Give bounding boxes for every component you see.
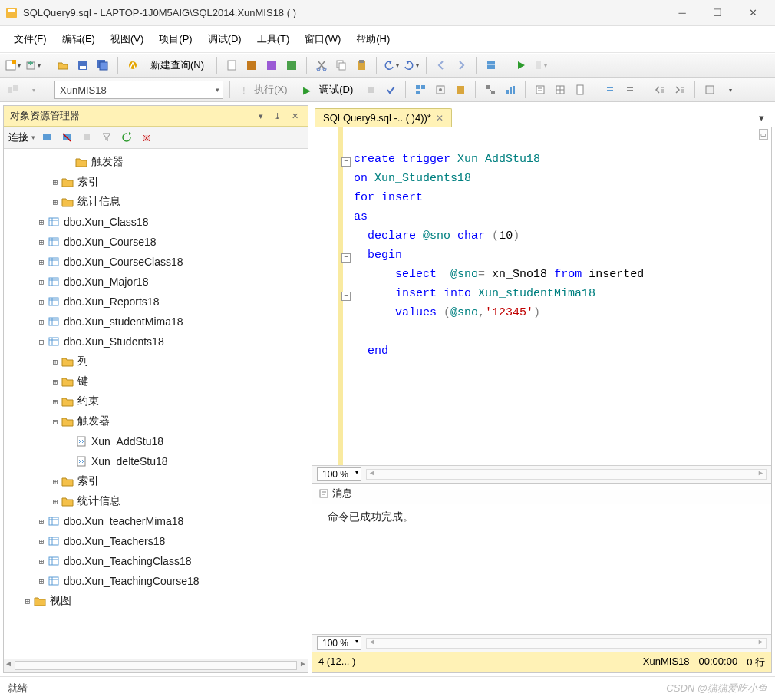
- expand-icon[interactable]: ⊞: [36, 576, 47, 586]
- disconnect-icon[interactable]: [58, 129, 75, 146]
- messages-zoom-combo[interactable]: 100 %: [317, 636, 361, 650]
- results-text-icon[interactable]: [532, 81, 549, 98]
- tree-node[interactable]: ⊟ 触发器: [4, 411, 308, 431]
- paste-icon[interactable]: [353, 57, 370, 74]
- tree-node[interactable]: Xun_AddStu18: [4, 431, 308, 451]
- maximize-button[interactable]: ☐: [700, 2, 735, 25]
- db-engine-query-icon[interactable]: [223, 57, 240, 74]
- connect-label[interactable]: 连接: [8, 130, 28, 144]
- results-grid-icon[interactable]: [552, 81, 569, 98]
- tree-node[interactable]: ⊞ dbo.Xun_Course18: [4, 232, 308, 252]
- indent-more-icon[interactable]: [671, 81, 688, 98]
- overflow-icon[interactable]: [721, 81, 738, 98]
- tree-node[interactable]: ⊞ 键: [4, 371, 308, 391]
- query-options-icon[interactable]: [432, 81, 449, 98]
- cut-icon[interactable]: [313, 57, 330, 74]
- tree-node[interactable]: ⊞ dbo.Xun_teacherMima18: [4, 511, 308, 531]
- expand-icon[interactable]: ⊞: [22, 596, 33, 606]
- undo-icon[interactable]: [383, 57, 400, 74]
- menu-view[interactable]: 视图(V): [103, 29, 151, 49]
- start-icon[interactable]: [513, 57, 529, 74]
- menu-tools[interactable]: 工具(T): [249, 29, 298, 49]
- editor-hscroll[interactable]: [366, 469, 767, 480]
- menu-edit[interactable]: 编辑(E): [54, 29, 103, 49]
- editor-tab[interactable]: SQLQuery9.sql -.. ( )4))* ✕: [315, 108, 452, 127]
- cancel-query-icon[interactable]: [362, 81, 379, 98]
- expand-icon[interactable]: ⊞: [50, 177, 61, 187]
- menu-file[interactable]: 文件(F): [6, 29, 54, 49]
- tree-node[interactable]: ⊞ dbo.Xun_Reports18: [4, 292, 308, 312]
- tree-node[interactable]: ⊟ dbo.Xun_Students18: [4, 332, 308, 352]
- expand-icon[interactable]: ⊞: [36, 237, 47, 247]
- xmla-query-icon[interactable]: [283, 57, 300, 74]
- expand-icon[interactable]: ⊞: [50, 497, 61, 507]
- tree-node[interactable]: ⊞ dbo.Xun_Major18: [4, 272, 308, 292]
- est-plan-icon[interactable]: [412, 81, 429, 98]
- save-all-button[interactable]: [94, 57, 111, 74]
- expand-icon[interactable]: ⊞: [36, 317, 47, 327]
- expand-icon[interactable]: ⊞: [36, 277, 47, 287]
- delete-icon[interactable]: [138, 129, 155, 146]
- tree-node[interactable]: ⊞ dbo.Xun_TeachingClass18: [4, 551, 308, 571]
- expand-icon[interactable]: ⊞: [36, 297, 47, 307]
- expand-icon[interactable]: ⊞: [36, 517, 47, 527]
- new-project-button[interactable]: [5, 57, 21, 74]
- messages-tab[interactable]: 消息: [312, 484, 771, 504]
- database-combo[interactable]: XunMIS18: [54, 81, 223, 99]
- expand-icon[interactable]: ⊞: [36, 556, 47, 566]
- start-drop-icon[interactable]: [533, 57, 549, 74]
- expand-icon[interactable]: ⊞: [50, 357, 61, 367]
- tree-node[interactable]: ⊞ 视图: [4, 591, 308, 611]
- tree-node[interactable]: ⊞ 统计信息: [4, 192, 308, 212]
- zoom-combo[interactable]: 100 %: [317, 467, 361, 481]
- filter-icon[interactable]: [98, 129, 115, 146]
- menu-debug[interactable]: 调试(D): [200, 29, 249, 49]
- results-file-icon[interactable]: [572, 81, 589, 98]
- tab-close-icon[interactable]: ✕: [436, 113, 444, 124]
- split-handle-icon[interactable]: ▭: [759, 129, 768, 140]
- properties-icon[interactable]: [483, 57, 500, 74]
- uncomment-icon[interactable]: [622, 81, 638, 98]
- tree-hscroll[interactable]: [4, 659, 308, 672]
- menu-window[interactable]: 窗口(W): [297, 29, 348, 49]
- actual-plan-icon[interactable]: [482, 81, 499, 98]
- refresh-icon[interactable]: [118, 129, 135, 146]
- comment-icon[interactable]: [602, 81, 618, 98]
- tree-node[interactable]: ⊞ 约束: [4, 391, 308, 411]
- nav-fwd-icon[interactable]: [453, 57, 470, 74]
- expand-icon[interactable]: ⊞: [36, 257, 47, 267]
- change-connection-icon[interactable]: [5, 81, 21, 98]
- client-stats-icon[interactable]: [502, 81, 519, 98]
- connection-drop-icon[interactable]: [25, 81, 41, 98]
- tree-node[interactable]: ⊞ dbo.Xun_CourseClass18: [4, 252, 308, 272]
- activity-button[interactable]: [124, 57, 141, 74]
- tree-node[interactable]: ⊞ 列: [4, 352, 308, 371]
- tree-scroll[interactable]: 触发器⊞ 索引⊞ 统计信息⊞ dbo.Xun_Class18⊞ dbo.Xun_…: [4, 149, 308, 659]
- debug-button[interactable]: ▶ 调试(D): [297, 81, 360, 99]
- tree-node[interactable]: Xun_delteStu18: [4, 451, 308, 471]
- dmx-query-icon[interactable]: [263, 57, 280, 74]
- copy-icon[interactable]: [333, 57, 350, 74]
- expand-icon[interactable]: ⊞: [50, 477, 61, 487]
- tree-node[interactable]: ⊞ dbo.Xun_studentMima18: [4, 312, 308, 332]
- close-button[interactable]: ✕: [735, 2, 770, 25]
- tree-node[interactable]: ⊞ 索引: [4, 172, 308, 192]
- new-query-button[interactable]: 新建查询(N): [144, 56, 210, 74]
- tree-node[interactable]: ⊞ dbo.Xun_Teachers18: [4, 531, 308, 551]
- tree-node[interactable]: 触发器: [4, 152, 308, 172]
- expand-icon[interactable]: ⊞: [36, 537, 47, 546]
- tab-overflow-icon[interactable]: ▾: [751, 109, 772, 127]
- mdx-query-icon[interactable]: [243, 57, 260, 74]
- code-editor[interactable]: −create trigger Xun_AddStu18 on Xun_Stud…: [312, 127, 771, 465]
- intellisense-icon[interactable]: [452, 81, 469, 98]
- parse-icon[interactable]: [382, 81, 399, 98]
- stop-icon[interactable]: [78, 129, 95, 146]
- messages-hscroll[interactable]: [366, 638, 767, 649]
- open-button[interactable]: [54, 57, 71, 74]
- connect-server-icon[interactable]: [38, 129, 55, 146]
- panel-dropdown-icon[interactable]: ▾: [256, 111, 266, 121]
- tree-node[interactable]: ⊞ dbo.Xun_Class18: [4, 212, 308, 232]
- expand-icon[interactable]: ⊞: [36, 217, 47, 227]
- nav-back-icon[interactable]: [433, 57, 450, 74]
- expand-icon[interactable]: ⊞: [50, 377, 61, 387]
